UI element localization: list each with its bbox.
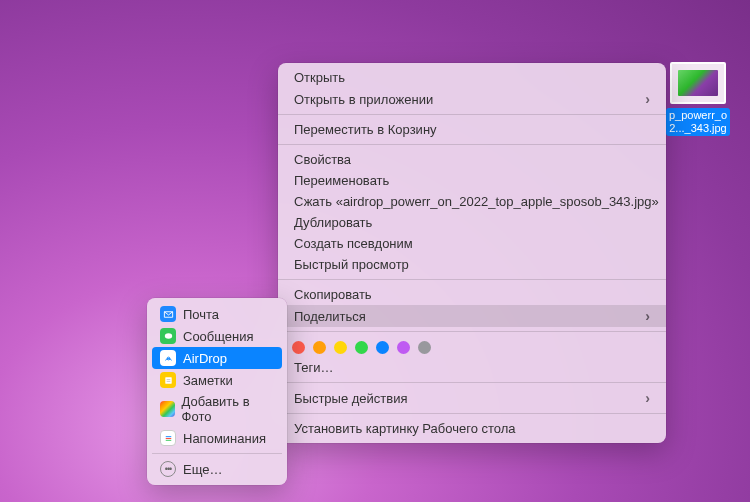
menu-duplicate[interactable]: Дублировать bbox=[278, 212, 666, 233]
menu-separator bbox=[278, 413, 666, 414]
menu-label: Быстрые действия bbox=[294, 391, 407, 406]
menu-trash[interactable]: Переместить в Корзину bbox=[278, 119, 666, 140]
share-notes[interactable]: Заметки bbox=[152, 369, 282, 391]
share-label: Добавить в Фото bbox=[182, 394, 274, 424]
menu-quicklook[interactable]: Быстрый просмотр bbox=[278, 254, 666, 275]
menu-label: Открыть в приложении bbox=[294, 92, 433, 107]
menu-separator bbox=[278, 114, 666, 115]
share-mail[interactable]: Почта bbox=[152, 303, 282, 325]
tag-yellow[interactable] bbox=[334, 341, 347, 354]
tag-purple[interactable] bbox=[397, 341, 410, 354]
file-thumbnail bbox=[670, 62, 726, 104]
menu-compress[interactable]: Сжать «airdrop_powerr_on_2022_top_apple_… bbox=[278, 191, 666, 212]
share-label: Почта bbox=[183, 307, 219, 322]
menu-separator bbox=[278, 279, 666, 280]
reminders-icon bbox=[160, 430, 176, 446]
notes-icon bbox=[160, 372, 176, 388]
menu-separator bbox=[278, 382, 666, 383]
photos-icon bbox=[160, 401, 175, 417]
context-menu: Открыть Открыть в приложении › Перемести… bbox=[278, 63, 666, 443]
share-label: Еще… bbox=[183, 462, 222, 477]
menu-rename[interactable]: Переименовать bbox=[278, 170, 666, 191]
more-icon: ••• bbox=[160, 461, 176, 477]
share-submenu: Почта Сообщения AirDrop Заметки Добавить… bbox=[147, 298, 287, 485]
chevron-right-icon: › bbox=[645, 308, 650, 324]
share-photos[interactable]: Добавить в Фото bbox=[152, 391, 282, 427]
menu-separator bbox=[278, 331, 666, 332]
menu-label: Быстрый просмотр bbox=[294, 257, 409, 272]
tag-green[interactable] bbox=[355, 341, 368, 354]
tag-red[interactable] bbox=[292, 341, 305, 354]
mail-icon bbox=[160, 306, 176, 322]
menu-copy[interactable]: Скопировать bbox=[278, 284, 666, 305]
tag-orange[interactable] bbox=[313, 341, 326, 354]
menu-share[interactable]: Поделиться › bbox=[278, 305, 666, 327]
menu-label: Создать псевдоним bbox=[294, 236, 413, 251]
menu-label: Свойства bbox=[294, 152, 351, 167]
menu-set-wallpaper[interactable]: Установить картинку Рабочего стола bbox=[278, 418, 666, 439]
menu-info[interactable]: Свойства bbox=[278, 149, 666, 170]
tag-blue[interactable] bbox=[376, 341, 389, 354]
share-label: Напоминания bbox=[183, 431, 266, 446]
share-label: Заметки bbox=[183, 373, 233, 388]
menu-label: Дублировать bbox=[294, 215, 372, 230]
desktop-file[interactable]: p_powerr_o 2..._343.jpg bbox=[664, 62, 732, 136]
chevron-right-icon: › bbox=[645, 91, 650, 107]
chevron-right-icon: › bbox=[645, 390, 650, 406]
menu-tags[interactable]: Теги… bbox=[278, 357, 666, 378]
messages-icon bbox=[160, 328, 176, 344]
menu-label: Открыть bbox=[294, 70, 345, 85]
menu-label: Переименовать bbox=[294, 173, 389, 188]
menu-alias[interactable]: Создать псевдоним bbox=[278, 233, 666, 254]
share-label: Сообщения bbox=[183, 329, 254, 344]
menu-separator bbox=[152, 453, 282, 454]
menu-label: Скопировать bbox=[294, 287, 372, 302]
svg-point-0 bbox=[164, 333, 171, 339]
tag-gray[interactable] bbox=[418, 341, 431, 354]
share-label: AirDrop bbox=[183, 351, 227, 366]
share-airdrop[interactable]: AirDrop bbox=[152, 347, 282, 369]
share-reminders[interactable]: Напоминания bbox=[152, 427, 282, 449]
menu-separator bbox=[278, 144, 666, 145]
tag-row bbox=[278, 336, 666, 357]
airdrop-icon bbox=[160, 350, 176, 366]
share-more[interactable]: ••• Еще… bbox=[152, 458, 282, 480]
menu-label: Установить картинку Рабочего стола bbox=[294, 421, 516, 436]
share-messages[interactable]: Сообщения bbox=[152, 325, 282, 347]
file-label: p_powerr_o 2..._343.jpg bbox=[666, 108, 730, 136]
menu-label: Теги… bbox=[294, 360, 333, 375]
menu-quick-actions[interactable]: Быстрые действия › bbox=[278, 387, 666, 409]
menu-label: Поделиться bbox=[294, 309, 366, 324]
menu-open-with[interactable]: Открыть в приложении › bbox=[278, 88, 666, 110]
menu-label: Сжать «airdrop_powerr_on_2022_top_apple_… bbox=[294, 194, 659, 209]
svg-rect-2 bbox=[165, 377, 171, 383]
menu-label: Переместить в Корзину bbox=[294, 122, 437, 137]
menu-open[interactable]: Открыть bbox=[278, 67, 666, 88]
